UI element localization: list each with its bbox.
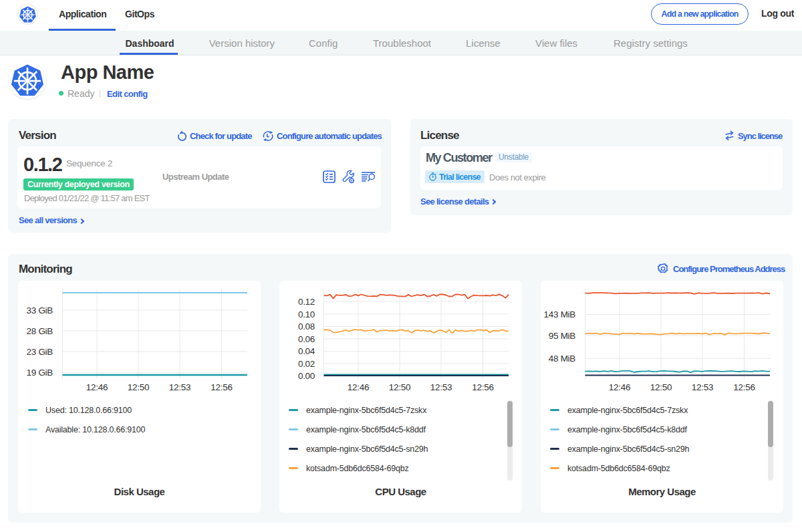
svg-text:12:46: 12:46: [609, 382, 630, 392]
svg-text:12:53: 12:53: [430, 382, 452, 392]
svg-text:12:56: 12:56: [211, 382, 232, 392]
svg-text:12:46: 12:46: [86, 382, 108, 392]
svg-text:28 GiB: 28 GiB: [27, 326, 53, 336]
svg-text:12:53: 12:53: [692, 382, 713, 392]
svg-text:12:56: 12:56: [472, 382, 493, 392]
svg-text:0.12: 0.12: [298, 297, 315, 307]
svg-text:33 GiB: 33 GiB: [27, 305, 53, 315]
svg-text:0.08: 0.08: [298, 321, 315, 331]
svg-text:0.02: 0.02: [298, 359, 315, 369]
svg-text:19 GiB: 19 GiB: [27, 368, 53, 378]
svg-text:0.06: 0.06: [298, 334, 315, 344]
svg-text:0.10: 0.10: [298, 309, 315, 319]
svg-text:12:53: 12:53: [169, 382, 190, 392]
svg-text:12:56: 12:56: [733, 382, 755, 392]
svg-text:0.00: 0.00: [298, 371, 315, 381]
svg-text:95 MiB: 95 MiB: [549, 331, 576, 341]
svg-text:0.04: 0.04: [298, 346, 315, 356]
svg-text:143 MiB: 143 MiB: [544, 309, 576, 319]
svg-text:12:50: 12:50: [389, 382, 410, 392]
svg-text:12:50: 12:50: [650, 382, 672, 392]
svg-text:48 MiB: 48 MiB: [549, 354, 576, 364]
svg-text:23 GiB: 23 GiB: [27, 347, 53, 357]
svg-text:12:50: 12:50: [128, 382, 149, 392]
svg-text:12:46: 12:46: [348, 382, 369, 392]
